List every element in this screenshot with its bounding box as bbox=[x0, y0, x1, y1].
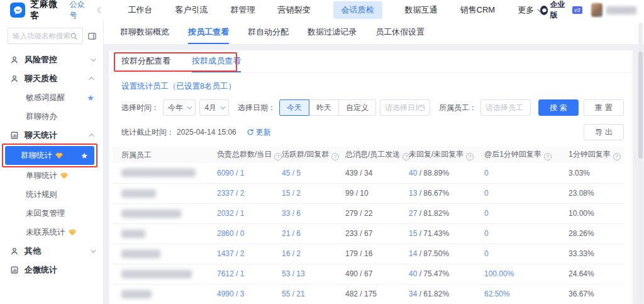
date-yesterday-button[interactable]: 昨天 bbox=[309, 99, 339, 116]
date-custom-button[interactable]: 自定义 bbox=[338, 99, 376, 116]
info-icon[interactable] bbox=[613, 153, 621, 160]
at-1min-rate-value[interactable]: 0 bbox=[484, 229, 489, 238]
channel-link[interactable]: 公众号 bbox=[70, 0, 89, 21]
app-logo[interactable] bbox=[10, 3, 25, 18]
at-1min-rate-value[interactable]: 62.50% bbox=[484, 290, 510, 298]
year-select[interactable]: 今年 bbox=[163, 99, 196, 116]
at-1min-rate-value[interactable]: 0 bbox=[484, 189, 489, 198]
sidebar-item-stats-rules[interactable]: 统计规则 bbox=[0, 185, 103, 204]
sidebar-group-risk-control[interactable]: 风险管控 bbox=[0, 50, 103, 69]
unreplied-count-value[interactable]: 34 bbox=[409, 290, 417, 298]
staff-select[interactable] bbox=[480, 99, 531, 116]
set-stats-employees-link[interactable]: 设置统计员工（已设置8名员工） bbox=[121, 81, 236, 92]
nav-workbench[interactable]: 工作台 bbox=[128, 4, 153, 16]
nav-customer-acquisition[interactable]: 客户引流 bbox=[175, 4, 208, 16]
active-reply-groups-value[interactable]: 53 / 13 bbox=[282, 269, 305, 278]
refresh-icon bbox=[247, 128, 254, 136]
sidebar-search[interactable] bbox=[8, 28, 83, 44]
active-reply-groups-value[interactable]: 15 / 2 bbox=[282, 189, 301, 198]
unreplied-count-value[interactable]: 40 bbox=[409, 169, 417, 177]
unreplied-count-value[interactable]: 15 bbox=[409, 229, 417, 238]
info-icon[interactable] bbox=[331, 153, 339, 160]
search-icon[interactable] bbox=[70, 32, 78, 40]
active-reply-groups-value[interactable]: 55 / 21 bbox=[282, 290, 305, 298]
unreplied-count-value[interactable]: 13 bbox=[409, 189, 417, 198]
info-icon[interactable] bbox=[274, 153, 282, 160]
plan-chat-icon bbox=[540, 6, 548, 15]
table-row: 6090 / 1 45 / 5 439 / 34 40 / 88.89% 0 3… bbox=[113, 163, 624, 183]
sidebar-search-input[interactable] bbox=[13, 32, 70, 40]
total-groups-value[interactable]: 6090 / 1 bbox=[217, 169, 244, 177]
unreplied-rate-value: / 75.47% bbox=[417, 269, 449, 278]
active-reply-groups-value[interactable]: 33 / 6 bbox=[282, 209, 301, 218]
sidebar-group-other[interactable]: 其他 bbox=[0, 242, 103, 261]
item-label: 未联系统计 bbox=[26, 227, 65, 238]
unreplied-count-value[interactable]: 40 bbox=[409, 269, 417, 278]
dark-mode-moon-icon[interactable] bbox=[97, 6, 104, 15]
unreplied-count-value[interactable]: 14 bbox=[409, 249, 417, 258]
info-icon[interactable] bbox=[466, 153, 474, 160]
nav-session-qc[interactable]: 会话质检 bbox=[333, 1, 382, 19]
date-picker-input[interactable] bbox=[385, 103, 418, 112]
sidebar-item-unreplied-management[interactable]: 未回复管理 bbox=[0, 204, 103, 223]
sidebar-item-single-chat-stats[interactable]: 单聊统计 bbox=[0, 166, 103, 185]
messages-value: 279 / 22 bbox=[345, 209, 372, 218]
total-groups-value[interactable]: 7612 / 1 bbox=[217, 269, 244, 278]
export-button[interactable]: 导出 bbox=[584, 124, 624, 140]
col-messages: 总消息/员工发送 bbox=[336, 147, 400, 163]
user-icon bbox=[10, 74, 19, 83]
year-select-value: 今年 bbox=[168, 103, 183, 113]
sub-tabs: 按群分配查看 按群成员查看 bbox=[109, 50, 633, 73]
staff-select-input[interactable] bbox=[486, 103, 526, 112]
nav-group-management[interactable]: 群管理 bbox=[231, 4, 255, 16]
date-picker[interactable] bbox=[380, 99, 430, 116]
favorite-star-icon[interactable] bbox=[87, 93, 94, 103]
nav-more[interactable]: 更多 bbox=[518, 4, 540, 16]
total-groups-value[interactable]: 2337 / 2 bbox=[217, 189, 244, 198]
active-reply-groups-value[interactable]: 45 / 5 bbox=[282, 169, 301, 177]
total-groups-value[interactable]: 2032 / 1 bbox=[217, 209, 244, 218]
search-button[interactable]: 搜索 bbox=[538, 99, 579, 116]
tab-group-data-overview[interactable]: 群聊数据概览 bbox=[120, 20, 169, 44]
enterprise-plan-badge[interactable]: 企业版 bbox=[540, 0, 569, 21]
total-groups-value[interactable]: 2860 / 0 bbox=[217, 229, 244, 238]
reset-button[interactable]: 重置 bbox=[584, 99, 624, 116]
active-reply-groups-value[interactable]: 21 / 6 bbox=[282, 229, 301, 238]
nav-data-interop[interactable]: 数据互通 bbox=[405, 4, 438, 16]
tab-employee-leave-settings[interactable]: 员工休假设置 bbox=[375, 20, 425, 44]
month-select[interactable]: 4月 bbox=[199, 99, 229, 116]
tab-data-filter-records[interactable]: 数据过滤记录 bbox=[308, 20, 357, 44]
sidebar-group-chat-stats[interactable]: 聊天统计 bbox=[0, 126, 103, 145]
sidebar-group-wecom-stats[interactable]: 企微统计 bbox=[0, 261, 103, 279]
nav-sales-crm[interactable]: 销售CRM bbox=[460, 4, 496, 16]
tab-group-auto-assign[interactable]: 群自动分配 bbox=[248, 20, 289, 44]
panel-toggle-icon[interactable] bbox=[87, 31, 97, 41]
refresh-link[interactable]: 更新 bbox=[247, 127, 271, 138]
vertical-scrollbar[interactable] bbox=[638, 23, 643, 301]
favorite-star-icon[interactable] bbox=[80, 151, 88, 160]
tab-view-by-employee[interactable]: 按员工查看 bbox=[188, 20, 229, 44]
at-1min-rate-value[interactable]: 0 bbox=[484, 169, 489, 177]
col-1min-rate: 1分钟回复率 bbox=[560, 147, 624, 163]
sidebar-item-group-chat-stats-active[interactable]: 群聊统计 bbox=[5, 146, 94, 165]
scrollbar-thumb[interactable] bbox=[638, 52, 643, 159]
sidebar-item-uncontacted-stats[interactable]: 未联系统计 bbox=[0, 223, 103, 242]
active-reply-groups-value[interactable]: 16 / 2 bbox=[282, 249, 301, 258]
sidebar-item-group-todo[interactable]: 群聊待办 bbox=[0, 107, 103, 126]
at-1min-rate-value[interactable]: 0 bbox=[484, 209, 489, 218]
total-groups-value[interactable]: 4990 / 3 bbox=[217, 290, 244, 298]
total-groups-value[interactable]: 1437 / 2 bbox=[217, 249, 244, 258]
subtab-by-group-assignment[interactable]: 按群分配查看 bbox=[121, 50, 170, 72]
nav-marketing-fission[interactable]: 营销裂变 bbox=[278, 4, 311, 16]
at-1min-rate-value[interactable]: 100.00% bbox=[484, 269, 514, 278]
unreplied-count-value[interactable]: 27 bbox=[409, 209, 417, 218]
employee-name-blurred bbox=[121, 250, 160, 258]
at-1min-rate-value[interactable]: 0 bbox=[484, 249, 489, 258]
info-icon[interactable] bbox=[544, 153, 552, 160]
subtab-by-group-member[interactable]: 按群成员查看 bbox=[192, 50, 241, 72]
user-avatar[interactable] bbox=[591, 3, 602, 17]
sidebar-group-chat-qc[interactable]: 聊天质检 bbox=[0, 69, 103, 88]
version-badge: v3 bbox=[572, 6, 582, 14]
sidebar-item-sensitive-words[interactable]: 敏感词提醒 bbox=[0, 88, 103, 107]
date-today-button[interactable]: 今天 bbox=[279, 99, 309, 116]
